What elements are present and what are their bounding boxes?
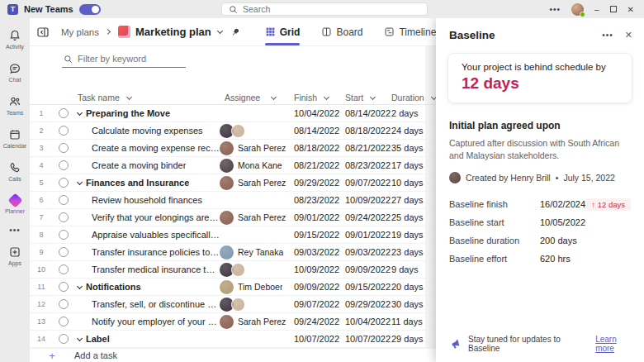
panel-more-button[interactable]: ••• [602,31,613,40]
task-name-cell[interactable]: Verify that your elongings are insured f… [74,212,220,222]
start-cell[interactable]: 09/09/2022 [345,264,391,274]
plan-title[interactable]: Marketing plan [135,26,211,38]
task-name-cell[interactable]: Create a moving expense receipt file [74,143,220,153]
start-cell[interactable]: 08/21/2022 [345,143,391,153]
duration-cell[interactable]: 30 days [391,299,439,309]
sidebar-more-button[interactable]: ••• [0,221,30,239]
task-progress-circle[interactable] [53,334,74,344]
assignee-cell[interactable]: Rey Tanaka [220,245,294,260]
assignee-cell[interactable]: Tim Deboer [220,280,294,294]
duration-cell[interactable]: 29 days [391,334,439,344]
close-button[interactable]: ✕ [627,5,634,14]
column-header-duration[interactable]: Duration [391,93,439,102]
finish-cell[interactable]: 08/23/2022 [294,195,345,205]
assignee-cell[interactable] [220,263,294,277]
duration-cell[interactable]: 35 days [391,143,439,153]
sidebar-item-chat[interactable]: Chat [0,55,30,88]
task-progress-circle[interactable] [53,247,74,257]
column-header-finish[interactable]: Finish [294,93,345,102]
column-header-assignee[interactable]: Assignee [220,93,294,102]
sidebar-item-calendar[interactable]: Calendar [0,121,30,155]
column-header-task-name[interactable]: Task name [74,93,220,102]
task-name-cell[interactable]: Notifications [74,282,220,292]
finish-cell[interactable]: 09/29/2022 [294,178,345,188]
collapse-chevron-icon[interactable] [77,109,83,115]
start-cell[interactable]: 10/07/2022 [345,334,391,344]
task-name-cell[interactable]: Review household finances [74,195,220,205]
duration-cell[interactable]: 19 days [391,230,439,240]
finish-cell[interactable]: 08/14/2022 [294,126,345,136]
user-avatar[interactable] [571,3,584,16]
finish-cell[interactable]: 08/21/2022 [294,160,345,170]
assignee-cell[interactable]: Sarah Perez [220,141,294,155]
task-progress-circle[interactable] [53,178,74,188]
task-progress-circle[interactable] [53,264,74,274]
filter-input[interactable] [78,54,177,64]
panel-close-button[interactable]: ✕ [625,30,632,40]
tab-grid[interactable]: Grid [265,18,301,45]
task-progress-circle[interactable] [53,143,74,153]
sidebar-item-apps[interactable]: Apps [0,239,30,272]
breadcrumb-my-plans[interactable]: My plans [61,27,99,37]
start-cell[interactable]: 10/09/2022 [345,195,391,205]
finish-cell[interactable]: 09/24/2022 [294,317,345,326]
task-name-cell[interactable]: Calculate moving expenses [74,126,220,136]
start-cell[interactable]: 09/07/2022 [345,178,391,188]
finish-cell[interactable]: 09/09/2022 [294,282,345,292]
filter-box[interactable] [62,51,186,68]
duration-cell[interactable]: 10 days [391,178,439,188]
duration-cell[interactable]: 11 days [391,317,439,326]
finish-cell[interactable]: 09/07/2022 [294,299,345,309]
task-progress-circle[interactable] [53,160,74,170]
task-name-cell[interactable]: Transfer medical insurance to your new l… [74,264,220,274]
pin-icon[interactable] [230,27,240,37]
task-name-cell[interactable]: Notify your employer of your moving date… [74,317,220,326]
maximize-button[interactable] [610,6,617,12]
task-name-cell[interactable]: Preparing the Move [74,108,220,118]
finish-cell[interactable]: 08/18/2022 [294,143,345,153]
learn-more-link[interactable]: Learn more [595,335,636,353]
task-progress-circle[interactable] [53,299,74,309]
task-progress-circle[interactable] [53,230,74,240]
task-progress-circle[interactable] [53,195,74,205]
start-cell[interactable]: 09/03/2022 [345,247,391,257]
finish-cell[interactable]: 10/04/2022 [294,108,345,118]
finish-cell[interactable]: 09/01/2022 [294,212,345,222]
task-progress-circle[interactable] [53,126,74,136]
finish-cell[interactable]: 10/07/2022 [294,334,345,344]
search-box[interactable] [221,2,428,16]
start-cell[interactable]: 10/04/2022 [345,317,391,326]
sort-chevron-icon[interactable] [370,93,376,99]
start-cell[interactable]: 09/29/2022 [345,299,391,309]
start-cell[interactable]: 09/15/2022 [345,282,391,292]
task-name-cell[interactable]: Transfer, sell, or discontinue any membe… [74,299,220,309]
sidebar-item-teams[interactable]: Teams [0,88,30,121]
task-name-cell[interactable]: Label [74,334,220,344]
collapse-chevron-icon[interactable] [77,283,83,288]
task-progress-circle[interactable] [53,317,74,326]
duration-cell[interactable]: 24 days [391,126,439,136]
assignee-cell[interactable]: Sarah Perez [220,176,294,190]
collapse-chevron-icon[interactable] [77,335,83,341]
plan-menu-chevron-icon[interactable] [217,28,223,34]
task-name-cell[interactable]: Appraise valuables specifically insured … [74,230,220,240]
titlebar-more-button[interactable]: ••• [550,5,561,14]
collapse-pane-icon[interactable] [36,26,50,39]
tab-timeline[interactable]: Timeline [384,18,436,45]
start-cell[interactable]: 08/23/2022 [345,160,391,170]
sidebar-item-activity[interactable]: Activity [0,22,30,55]
sort-chevron-icon[interactable] [324,93,329,99]
task-progress-circle[interactable] [53,282,74,292]
duration-cell[interactable]: 17 days [391,160,439,170]
assignee-cell[interactable]: Sarah Perez [220,211,294,225]
task-progress-circle[interactable] [53,108,74,118]
assignee-cell[interactable] [220,298,294,312]
collapse-chevron-icon[interactable] [77,179,83,184]
start-cell[interactable]: 09/24/2022 [345,212,391,222]
column-header-start[interactable]: Start [345,93,391,102]
start-cell[interactable]: 09/01/2022 [345,230,391,240]
finish-cell[interactable]: 09/15/2022 [294,230,345,240]
task-name-cell[interactable]: Transfer insurance policies to your new … [74,247,220,257]
duration-cell[interactable]: 25 days [391,212,439,222]
finish-cell[interactable]: 09/03/2022 [294,247,345,257]
